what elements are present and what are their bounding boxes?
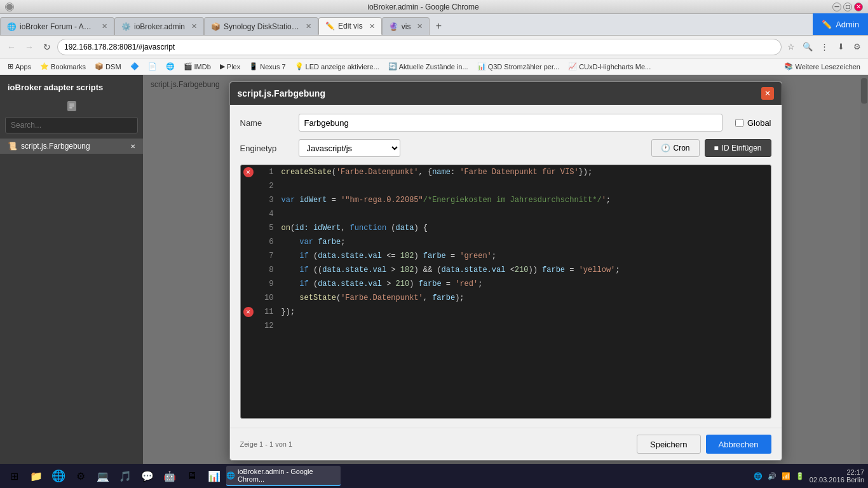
bookmark-apps[interactable]: ⊞ Apps — [4, 61, 35, 72]
taskbar-chat[interactable]: 💬 — [137, 466, 158, 486]
line-6-number: 6 — [256, 235, 279, 249]
taskbar-monitor[interactable]: 🖥 — [182, 466, 202, 486]
cron-button[interactable]: 🕐 Cron — [651, 139, 700, 157]
bookmark-bookmarks-label: Bookmarks — [51, 63, 86, 71]
zoom-icon[interactable]: 🔍 — [801, 40, 815, 54]
code-editor[interactable]: ✕ 1 createState('Farbe.Datenpunkt', {nam… — [240, 165, 771, 419]
bookmark-icon[interactable]: ☆ — [784, 40, 798, 54]
tab-3-close[interactable]: ✕ — [306, 22, 311, 30]
maximize-btn[interactable]: □ — [843, 3, 852, 11]
bookmark-bookmarks[interactable]: ⭐ Bookmarks — [36, 61, 90, 72]
bookmark-4[interactable]: 🔷 — [126, 61, 143, 72]
battery-icon: 🔋 — [796, 472, 804, 480]
settings-icon[interactable]: ⚙ — [850, 40, 864, 54]
forward-button[interactable]: → — [22, 39, 37, 55]
new-tab-button[interactable]: + — [430, 17, 447, 35]
svg-point-0 — [6, 4, 13, 10]
sidebar-item-icon: 📜 — [8, 142, 17, 151]
chrome-taskbar-icon: 🌐 — [226, 471, 235, 480]
engine-row: Enginetyp Javascript/js CoffeeScript 🕐 C… — [240, 139, 771, 157]
error-icon-1: ✕ — [243, 167, 254, 177]
line-7-gutter — [241, 249, 256, 263]
line-4-code — [279, 207, 771, 221]
taskbar-android[interactable]: 🤖 — [159, 466, 180, 486]
name-input[interactable] — [299, 114, 722, 132]
download-icon[interactable]: ⬇ — [834, 40, 848, 54]
bookmark-cuxd-label: CUxD-Highcharts Me... — [579, 63, 651, 71]
line-4-number: 4 — [256, 207, 279, 221]
bm6-icon: 🌐 — [166, 62, 175, 71]
taskbar-music[interactable]: 🎵 — [115, 466, 135, 486]
bookmark-plex[interactable]: ▶ Plex — [216, 61, 244, 72]
bookmark-q3d[interactable]: 📊 Q3D Stromzähler per... — [473, 61, 564, 72]
bookmark-nexus[interactable]: 📱 Nexus 7 — [245, 61, 289, 72]
menu-icon[interactable]: ⋮ — [817, 40, 831, 54]
save-button[interactable]: Speichern — [637, 435, 701, 454]
more-bookmarks[interactable]: 📚 Weitere Lesezeichen — [780, 61, 864, 72]
code-line-6: 6 var farbe; — [241, 235, 771, 249]
admin-button[interactable]: ✏️ Admin — [813, 13, 868, 35]
sidebar-search-input[interactable] — [5, 117, 138, 133]
bookmark-dsm[interactable]: 📦 DSM — [91, 61, 125, 72]
imdb-icon: 🎬 — [184, 62, 193, 71]
global-checkbox[interactable] — [735, 119, 743, 127]
bm5-icon: 📄 — [148, 62, 157, 71]
reload-button[interactable]: ↻ — [39, 39, 55, 55]
taskbar-browser-icon[interactable]: 🌐 — [48, 466, 69, 486]
close-btn[interactable]: ✕ — [854, 3, 863, 11]
tab-4-close[interactable]: ✕ — [369, 22, 375, 30]
tab-3[interactable]: 📦 Synology DiskStation - di... ✕ — [204, 17, 318, 35]
tab-bar: 🌐 ioBroker Forum - Antwort ✕ ⚙️ ioBroker… — [0, 14, 868, 36]
bookmark-states[interactable]: 🔄 Aktuelle Zustände in... — [384, 61, 472, 72]
tab-5-close[interactable]: ✕ — [417, 22, 423, 30]
taskbar-time-value: 22:17 — [810, 468, 864, 476]
modal-close-button[interactable]: ✕ — [761, 87, 774, 100]
bookmark-6[interactable]: 🌐 — [162, 61, 179, 72]
taskbar-files[interactable]: 📁 — [26, 466, 46, 486]
taskbar-clock: 22:17 02.03.2016 Berlin — [810, 468, 864, 484]
tab-1[interactable]: 🌐 ioBroker Forum - Antwort ✕ — [0, 17, 114, 35]
sidebar-script-icon — [65, 100, 78, 112]
tab-2-label: ioBroker.admin — [134, 22, 185, 31]
line-6-gutter — [241, 235, 256, 249]
sidebar-item-farbgebung[interactable]: 📜 script.js.Farbgebung ✕ — [0, 139, 143, 154]
tab-5-favicon: 🔮 — [389, 22, 398, 31]
bookmark-imdb[interactable]: 🎬 IMDb — [180, 61, 215, 72]
taskbar-start[interactable]: ⊞ — [4, 466, 24, 486]
bookmark-cuxd[interactable]: 📈 CUxD-Highcharts Me... — [564, 61, 654, 72]
line-11-number: 11 — [256, 305, 279, 319]
tab-1-close[interactable]: ✕ — [102, 22, 107, 30]
bookmark-5[interactable]: 📄 — [144, 61, 161, 72]
bookmark-plex-label: Plex — [227, 63, 240, 71]
line-9-code: if (data.state.val > 210) farbe = 'red'; — [279, 277, 771, 291]
cancel-button[interactable]: Abbrechen — [706, 435, 771, 454]
sidebar-item-close[interactable]: ✕ — [130, 143, 135, 150]
line-12-number: 12 — [256, 319, 279, 333]
tab-5[interactable]: 🔮 vis ✕ — [382, 17, 430, 35]
minimize-btn[interactable]: ─ — [832, 3, 841, 11]
taskbar-chrome-active[interactable]: 🌐 ioBroker.admin - Google Chrom... — [226, 466, 341, 486]
admin-label: Admin — [836, 20, 859, 29]
url-input[interactable] — [57, 39, 782, 55]
error-icon-11: ✕ — [243, 307, 254, 317]
taskbar-terminal[interactable]: 💻 — [93, 466, 113, 486]
engine-select[interactable]: Javascript/js CoffeeScript — [299, 139, 400, 157]
svg-rect-2 — [69, 104, 74, 105]
wifi-icon: 📶 — [782, 472, 790, 480]
bookmark-dsm-label: DSM — [105, 63, 121, 71]
tab-4[interactable]: ✏️ Edit vis ✕ — [318, 17, 382, 35]
id-insert-button[interactable]: ■ ID Einfügen — [705, 139, 771, 157]
bookmark-led[interactable]: 💡 LED anzeige aktiviere... — [291, 61, 383, 72]
taskbar-settings[interactable]: ⚙ — [71, 466, 91, 486]
speaker-icon: 🔊 — [768, 472, 776, 480]
code-line-8: 8 if ((data.state.val > 182) && (data.st… — [241, 263, 771, 277]
back-button[interactable]: ← — [4, 39, 19, 55]
tab-2-close[interactable]: ✕ — [191, 22, 197, 30]
tab-2[interactable]: ⚙️ ioBroker.admin ✕ — [114, 17, 204, 35]
line-3-code: var idWert = '"hm-rega.0.22085"/*Energie… — [279, 193, 771, 207]
tab-1-label: ioBroker Forum - Antwort — [20, 22, 95, 31]
svg-rect-3 — [69, 105, 74, 107]
taskbar-app9[interactable]: 📊 — [204, 466, 224, 486]
bookmark-led-label: LED anzeige aktiviere... — [306, 63, 379, 71]
bm4-icon: 🔷 — [130, 62, 139, 71]
